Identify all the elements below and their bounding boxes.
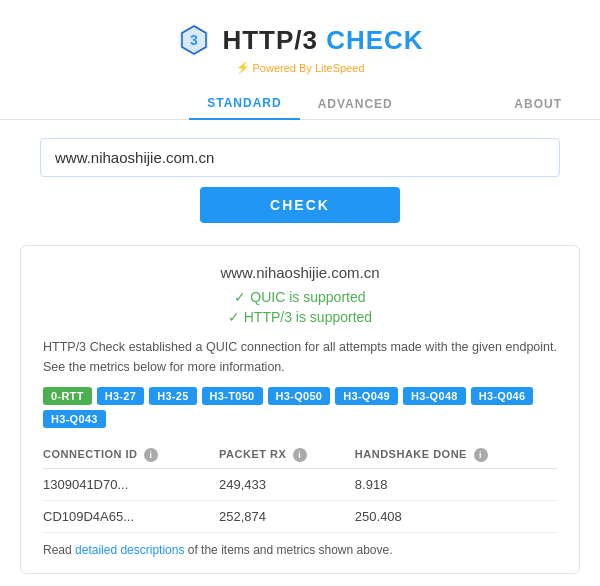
table-row: 1309041D70... 249,433 8.918 [43, 469, 557, 501]
nav-standard[interactable]: STANDARD [189, 88, 299, 120]
row2-packet-rx: 252,874 [219, 501, 355, 533]
check-button[interactable]: CHECK [200, 187, 400, 223]
packet-rx-info-icon[interactable]: i [293, 448, 307, 462]
handshake-done-info-icon[interactable]: i [474, 448, 488, 462]
logo-icon: 3 [176, 22, 212, 58]
search-area: CHECK [0, 120, 600, 223]
tag-h3-25: H3-25 [149, 387, 196, 405]
svg-text:3: 3 [190, 32, 198, 48]
tag-h3-t050: H3-T050 [202, 387, 263, 405]
nav-advanced[interactable]: ADVANCED [300, 89, 411, 119]
col-connection-id: CONNECTION ID i [43, 442, 219, 469]
tag-h3-q049: H3-Q049 [335, 387, 398, 405]
row2-handshake-done: 250.408 [355, 501, 557, 533]
tag-h3-q046: H3-Q046 [471, 387, 534, 405]
tag-h3-27: H3-27 [97, 387, 144, 405]
page-header: 3 HTTP/3 CHECK Powered By LiteSpeed [0, 0, 600, 74]
col-handshake-done: HANDSHAKE DONE i [355, 442, 557, 469]
logo-row: 3 HTTP/3 CHECK [176, 22, 423, 58]
result-description: HTTP/3 Check established a QUIC connecti… [43, 337, 557, 377]
footer-note: Read detailed descriptions of the items … [43, 543, 557, 557]
main-nav: STANDARD ADVANCED ABOUT [0, 88, 600, 120]
quic-status: ✓ QUIC is supported [43, 289, 557, 305]
tag-h3-q050: H3-Q050 [268, 387, 331, 405]
http3-status: ✓ HTTP/3 is supported [43, 309, 557, 325]
row1-packet-rx: 249,433 [219, 469, 355, 501]
powered-by: Powered By LiteSpeed [236, 61, 365, 74]
row1-handshake-done: 8.918 [355, 469, 557, 501]
tags-container: 0-RTT H3-27 H3-25 H3-T050 H3-Q050 H3-Q04… [43, 387, 557, 428]
detailed-descriptions-link[interactable]: detailed descriptions [75, 543, 184, 557]
row1-connection-id: 1309041D70... [43, 469, 219, 501]
tag-h3-q048: H3-Q048 [403, 387, 466, 405]
connection-id-info-icon[interactable]: i [144, 448, 158, 462]
logo-text: HTTP/3 CHECK [222, 25, 423, 56]
row2-connection-id: CD109D4A65... [43, 501, 219, 533]
result-domain: www.nihaoshijie.com.cn [43, 264, 557, 281]
table-row: CD109D4A65... 252,874 250.408 [43, 501, 557, 533]
metrics-table: CONNECTION ID i PACKET RX i HANDSHAKE DO… [43, 442, 557, 533]
search-input[interactable] [40, 138, 560, 177]
col-packet-rx: PACKET RX i [219, 442, 355, 469]
nav-about[interactable]: ABOUT [496, 89, 580, 119]
results-card: www.nihaoshijie.com.cn ✓ QUIC is support… [20, 245, 580, 574]
tag-0rtt: 0-RTT [43, 387, 92, 405]
tag-h3-q043: H3-Q043 [43, 410, 106, 428]
